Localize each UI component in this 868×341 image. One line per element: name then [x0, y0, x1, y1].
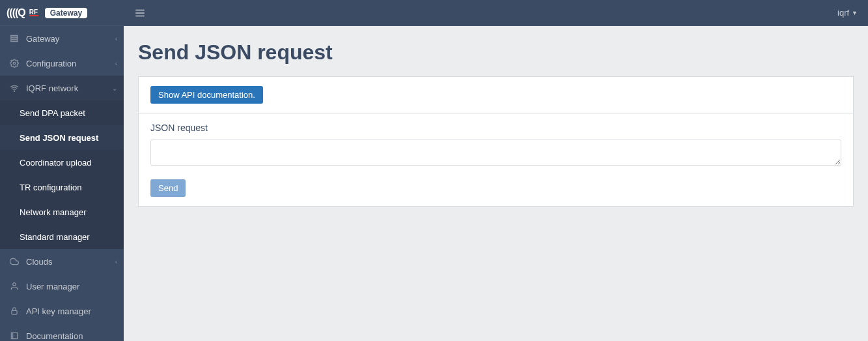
- brand-badge: Gateway: [45, 8, 87, 18]
- sidebar-item-user-manager[interactable]: User manager: [0, 274, 124, 299]
- sidebar-item-label: Standard manager: [20, 232, 90, 242]
- sidebar-item-label: Coordinator upload: [20, 158, 92, 168]
- sidebar-item-coordinator-upload[interactable]: Coordinator upload: [0, 150, 124, 175]
- cloud-icon: [8, 257, 21, 266]
- sidebar-item-iqrf-network[interactable]: IQRF network ⌄: [0, 76, 124, 100]
- sidebar-item-label: Send DPA packet: [20, 108, 85, 118]
- content: Send JSON request Show API documentation…: [124, 26, 868, 341]
- brand-rf-text: RF: [29, 10, 38, 16]
- layers-icon: [8, 34, 21, 43]
- brand-iq-text: ((((Q: [7, 7, 25, 19]
- sidebar-item-network-manager[interactable]: Network manager: [0, 200, 124, 224]
- sidebar: ((((Q RF Gateway Gateway ‹ Configuration…: [0, 0, 124, 341]
- sidebar-item-send-json[interactable]: Send JSON request: [0, 125, 124, 150]
- sidebar-item-label: Gateway: [26, 34, 59, 44]
- sidebar-subnav-iqrf: Send DPA packet Send JSON request Coordi…: [0, 100, 124, 249]
- sidebar-item-label: Network manager: [20, 207, 87, 217]
- book-icon: [8, 331, 21, 340]
- user-menu[interactable]: iqrf ▼: [837, 8, 858, 18]
- chevron-down-icon: ⌄: [112, 85, 117, 92]
- sidebar-item-api-key-manager[interactable]: API key manager: [0, 299, 124, 323]
- sidebar-item-configuration[interactable]: Configuration ‹: [0, 51, 124, 76]
- chevron-left-icon: ‹: [115, 60, 117, 67]
- sidebar-item-documentation[interactable]: Documentation: [0, 323, 124, 341]
- svg-rect-2: [11, 40, 18, 41]
- sidebar-item-label: Send JSON request: [20, 133, 98, 143]
- page-title: Send JSON request: [138, 40, 854, 65]
- sidebar-nav: Gateway ‹ Configuration ‹ IQRF network ⌄…: [0, 26, 124, 341]
- svg-rect-6: [12, 310, 17, 314]
- json-request-input[interactable]: [150, 140, 841, 166]
- caret-down-icon: ▼: [852, 10, 858, 16]
- show-api-doc-button[interactable]: Show API documentation.: [150, 86, 263, 104]
- user-name: iqrf: [837, 8, 849, 18]
- sidebar-item-standard-manager[interactable]: Standard manager: [0, 224, 124, 249]
- svg-point-5: [13, 283, 16, 286]
- topbar: iqrf ▼: [124, 0, 868, 26]
- svg-rect-0: [11, 35, 18, 37]
- sidebar-item-label: API key manager: [26, 306, 91, 316]
- sidebar-item-label: Documentation: [26, 331, 83, 341]
- sidebar-item-gateway[interactable]: Gateway ‹: [0, 26, 124, 51]
- sidebar-item-label: Configuration: [26, 59, 76, 68]
- lock-icon: [8, 306, 21, 316]
- gear-icon: [8, 59, 21, 68]
- chevron-left-icon: ‹: [115, 258, 117, 265]
- svg-point-3: [13, 62, 16, 65]
- sidebar-item-label: User manager: [26, 282, 79, 291]
- main-area: iqrf ▼ Send JSON request Show API docume…: [124, 0, 868, 341]
- user-icon: [8, 282, 21, 291]
- brand-logo[interactable]: ((((Q RF Gateway: [0, 0, 124, 26]
- send-button[interactable]: Send: [150, 179, 186, 197]
- json-request-label: JSON request: [150, 123, 841, 133]
- svg-rect-1: [11, 38, 18, 39]
- svg-point-4: [14, 91, 14, 91]
- card-api-doc: Show API documentation. JSON request Sen…: [138, 76, 854, 207]
- sidebar-item-label: IQRF network: [26, 83, 78, 93]
- hamburger-icon[interactable]: [134, 7, 146, 19]
- sidebar-item-send-dpa[interactable]: Send DPA packet: [0, 100, 124, 125]
- sidebar-item-label: Clouds: [26, 257, 52, 267]
- wifi-icon: [8, 83, 21, 93]
- chevron-left-icon: ‹: [115, 35, 117, 42]
- sidebar-item-label: TR configuration: [20, 183, 81, 192]
- sidebar-item-clouds[interactable]: Clouds ‹: [0, 249, 124, 274]
- sidebar-item-tr-configuration[interactable]: TR configuration: [0, 175, 124, 200]
